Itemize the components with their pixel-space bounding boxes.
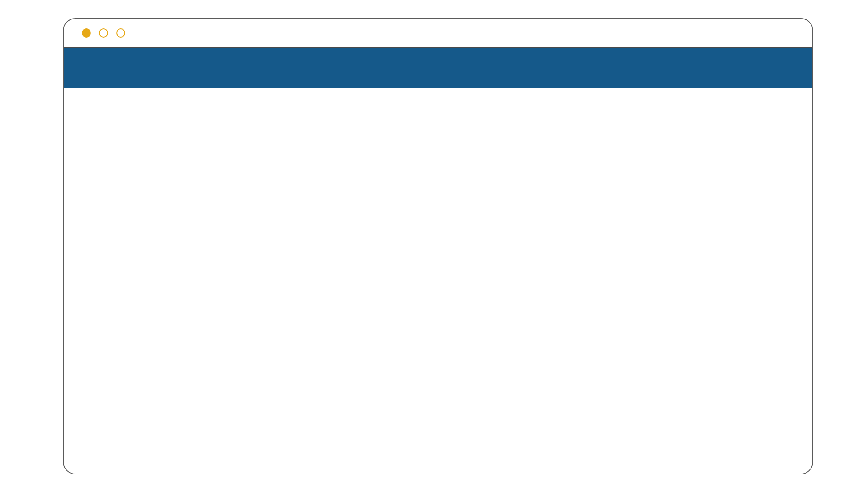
app-header — [64, 47, 812, 88]
close-icon[interactable] — [82, 28, 91, 38]
content-area — [64, 88, 812, 474]
maximize-icon[interactable] — [116, 28, 125, 38]
minimize-icon[interactable] — [99, 28, 108, 38]
title-bar — [64, 19, 812, 47]
browser-window — [63, 18, 813, 474]
